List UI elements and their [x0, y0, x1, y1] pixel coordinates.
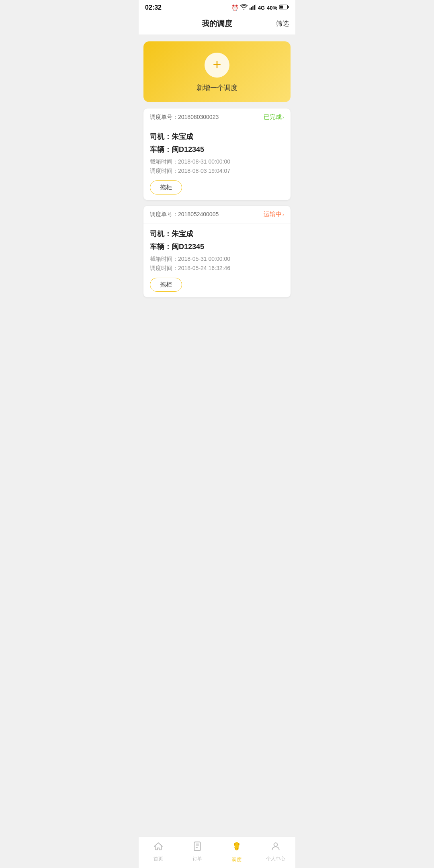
nav-label-dispatch: 调度 — [232, 856, 242, 863]
nav-label-home: 首页 — [154, 856, 163, 862]
page-title: 我的调度 — [202, 18, 232, 29]
order-card-2: 调度单号：2018052400005 运输中 › 司机：朱宝成 车辆：闽D123… — [143, 206, 291, 297]
order-card-1: 调度单号：2018080300023 已完成 › 司机：朱宝成 车辆：闽D123… — [143, 108, 291, 200]
order-driver-2: 司机：朱宝成 — [150, 229, 284, 239]
chevron-right-icon-1: › — [283, 114, 284, 120]
order-number-1: 调度单号：2018080300023 — [150, 114, 219, 121]
status-icons: ⏰ 4G 40% — [231, 4, 289, 11]
order-header-2[interactable]: 调度单号：2018052400005 运输中 › — [143, 206, 291, 223]
plus-icon: + — [213, 57, 221, 72]
alarm-icon: ⏰ — [231, 4, 238, 11]
main-content: + 新增一个调度 调度单号：2018080300023 已完成 › 司机：朱宝成… — [139, 35, 295, 335]
svg-point-19 — [235, 848, 236, 849]
filter-button[interactable]: 筛选 — [276, 20, 289, 28]
status-bar: 02:32 ⏰ 4G 40% — [139, 0, 295, 14]
order-vehicle-2: 车辆：闽D12345 — [150, 242, 284, 252]
home-icon — [153, 841, 164, 854]
order-vehicle-1: 车辆：闽D12345 — [150, 145, 284, 154]
bottom-nav: 首页 订单 — [139, 837, 295, 868]
order-cutoff-1: 截箱时间：2018-08-31 00:00:00 — [150, 158, 284, 166]
signal-icon — [250, 4, 256, 11]
svg-rect-7 — [280, 6, 283, 9]
order-body-1: 司机：朱宝成 车辆：闽D12345 截箱时间：2018-08-31 00:00:… — [143, 126, 291, 200]
tag-button-tuogui-2[interactable]: 拖柜 — [150, 278, 182, 292]
nav-label-profile: 个人中心 — [266, 856, 285, 862]
add-dispatch-label: 新增一个调度 — [197, 83, 237, 92]
svg-point-21 — [274, 843, 278, 846]
profile-icon — [270, 841, 281, 854]
chevron-right-icon-2: › — [283, 211, 284, 217]
svg-point-16 — [235, 847, 238, 850]
nav-item-dispatch[interactable]: 调度 — [217, 840, 256, 863]
order-tags-1: 拖柜 — [150, 180, 284, 194]
battery-percent: 40% — [267, 5, 277, 11]
add-circle: + — [205, 53, 229, 78]
order-number-2: 调度单号：2018052400005 — [150, 211, 219, 218]
svg-rect-4 — [255, 4, 256, 10]
order-tags-2: 拖柜 — [150, 278, 284, 292]
tag-button-tuogui-1[interactable]: 拖柜 — [150, 180, 182, 194]
order-icon — [192, 841, 203, 854]
header: 我的调度 筛选 — [139, 14, 295, 35]
order-schedule-2: 调度时间：2018-05-24 16:32:46 — [150, 265, 284, 272]
nav-label-order: 订单 — [192, 856, 202, 862]
status-time: 02:32 — [145, 4, 162, 11]
nav-item-profile[interactable]: 个人中心 — [256, 841, 296, 862]
svg-rect-2 — [252, 6, 253, 10]
svg-rect-1 — [251, 7, 252, 10]
nav-item-order[interactable]: 订单 — [178, 841, 217, 862]
svg-rect-8 — [194, 842, 201, 851]
battery-icon — [279, 4, 289, 11]
order-status-1[interactable]: 已完成 › — [264, 113, 284, 121]
order-body-2: 司机：朱宝成 车辆：闽D12345 截箱时间：2018-05-31 00:00:… — [143, 223, 291, 297]
4g-label: 4G — [258, 5, 265, 11]
svg-rect-6 — [288, 6, 289, 8]
order-status-2[interactable]: 运输中 › — [264, 211, 284, 218]
order-schedule-1: 调度时间：2018-08-03 19:04:07 — [150, 168, 284, 175]
svg-point-20 — [237, 848, 238, 849]
order-header-1[interactable]: 调度单号：2018080300023 已完成 › — [143, 108, 291, 126]
dispatch-icon — [231, 840, 243, 855]
nav-item-home[interactable]: 首页 — [139, 841, 178, 862]
add-dispatch-card[interactable]: + 新增一个调度 — [143, 41, 291, 102]
order-driver-1: 司机：朱宝成 — [150, 132, 284, 141]
wifi-icon — [240, 4, 248, 11]
svg-rect-3 — [254, 5, 254, 10]
order-cutoff-2: 截箱时间：2018-05-31 00:00:00 — [150, 256, 284, 263]
svg-rect-0 — [250, 8, 250, 10]
svg-point-15 — [235, 844, 238, 847]
